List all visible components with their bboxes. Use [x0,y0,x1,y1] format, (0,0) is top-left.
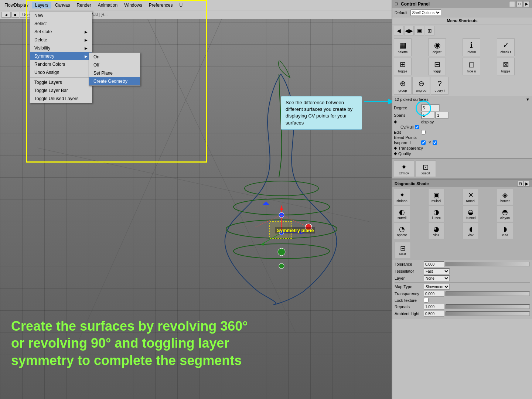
menu-item-toggle-layer-bar[interactable]: Toggle Layer Bar [30,86,92,95]
nav-arrows-btn[interactable]: ◀▶ [404,26,414,35]
tooltip-text: See the difference between different sur… [286,100,352,126]
right-panel: ⊟ Control Panel − □ ▶ Default Shelf Opti… [392,0,532,399]
menu-item-symmetry[interactable]: Symmetry ▶ [30,52,92,60]
menu-flowdisplay[interactable]: FlowDisplay [1,2,31,8]
degree-input[interactable] [421,105,440,111]
nest-btn[interactable]: ⊟ Nest [395,242,411,258]
clayan-icon-cell[interactable]: ◓ clayan [497,206,513,222]
layer-select[interactable]: None [424,275,450,281]
palette-icon-cell[interactable]: ▦ palette [394,38,412,56]
nav-expand-btn[interactable]: ⊞ [425,26,434,35]
group-icon-cell[interactable]: ⊕ group [394,77,412,95]
svg-line-0 [148,19,296,332]
ungroup-icon-cell[interactable]: ⊖ ungrou [412,77,430,95]
menu-item-toggle-unused-layers[interactable]: Toggle Unused Layers [30,95,92,103]
panel-close-btn[interactable]: ▶ [524,1,530,7]
inform-icon-cell[interactable]: ℹ inform [463,38,480,56]
toolbar-back[interactable]: ◄ [1,12,11,18]
menu-render[interactable]: Render [74,2,94,8]
lusec-icon-cell[interactable]: ◑ l.usec [428,206,444,222]
xfrmcv-icon-cell[interactable]: ✦ xfrmcv [394,160,414,177]
menu-canvas[interactable]: Canvas [52,2,73,8]
spans-input-2[interactable] [436,112,449,119]
blend-label: Blend Points [394,135,420,140]
ophote-icon-cell[interactable]: ◔ ophote [394,223,410,239]
vis1-icon-cell[interactable]: ◕ vis1 [428,223,444,239]
menu-u[interactable]: U [177,2,186,8]
transparency2-slider[interactable] [446,291,530,296]
hideu-icon-cell[interactable]: ◻ hide u [463,58,480,75]
checkr-icon-cell[interactable]: ✓ check r [497,38,515,56]
panel-expand-btn[interactable]: □ [516,1,522,7]
map-type-select[interactable]: Showroom [424,284,450,290]
arrow-icon: ▶ [85,54,88,58]
panel-minimize-btn[interactable]: − [509,1,515,7]
menu-item-toggle-layers[interactable]: Toggle Layers [30,78,92,86]
horver-icon-cell[interactable]: ◈ horver [497,189,513,205]
toggle3-icon-cell[interactable]: ⊠ toggle [497,58,515,75]
xsedit-icon-cell[interactable]: ⊡ xsedit [416,160,436,177]
minimize-icon[interactable]: ⊟ [395,1,398,6]
layers-dropdown: New Select Set state ▶ Delete ▶ Visibili… [30,11,92,103]
rancol-icon-cell[interactable]: ✕ rancol [463,189,479,205]
lock-texture-checkbox[interactable] [424,298,429,303]
edit-checkbox[interactable] [421,130,426,134]
svg-point-6 [233,244,330,259]
menu-item-select[interactable]: Select [30,20,92,28]
object-icon-cell[interactable]: ◉ object [428,38,446,56]
submenu-off[interactable]: Off [89,61,140,69]
shdnon-icon-cell[interactable]: ✦ shdnon [394,189,410,205]
repeats-row: Repeats [395,304,530,310]
shdnon-icon: ✦ [399,191,405,199]
query-icon-cell[interactable]: ? query i [431,77,449,95]
vis3-icon: ◗ [504,225,507,233]
submenu-create-geometry[interactable]: Create Geometry [89,77,140,85]
toolbar-stop[interactable]: ■ [11,12,19,18]
nav-panel-btn[interactable]: ▣ [415,26,424,35]
toggle1-icon-cell[interactable]: ⊞ toggle [394,58,412,75]
spans-input-1[interactable] [421,112,434,119]
isoparm-y-checkbox[interactable] [433,140,437,145]
shelf-options-select[interactable]: Shelf Options [410,9,441,16]
xfrmcv-label: xfrmcv [399,171,409,175]
cvhull-checkbox[interactable] [415,125,419,129]
menu-item-delete[interactable]: Delete ▶ [30,36,92,44]
ambient-light-input[interactable] [424,311,444,317]
isoparm-checkbox[interactable] [421,140,426,145]
submenu-on[interactable]: On [89,53,140,61]
submenu-set-plane[interactable]: Set Plane [89,69,140,77]
ophote-label: ophote [397,233,407,237]
toggle2-icon-cell[interactable]: ⊟ toggl [428,58,446,75]
mulcol-icon-cell[interactable]: ▣ mulcol [428,189,444,205]
tolerance-input[interactable] [424,261,444,267]
svg-line-12 [262,233,282,244]
survdl-icon-cell[interactable]: ◐ survdl [394,206,410,222]
tessellator-select[interactable]: Fast [424,268,450,274]
vis2-icon-cell[interactable]: ◖ vis2 [463,223,479,239]
ungroup-icon: ⊖ [418,79,424,88]
tolerance-slider[interactable] [446,262,530,266]
ambient-light-slider[interactable] [446,311,530,316]
menu-item-new[interactable]: New [30,11,92,20]
menu-windows[interactable]: Windows [121,2,145,8]
menu-item-set-state[interactable]: Set state ▶ [30,28,92,36]
vis3-icon-cell[interactable]: ◗ vis3 [497,223,513,239]
transparency2-input[interactable] [424,291,444,297]
mulcol-label: mulcol [432,199,441,203]
picked-dropdown-arrow[interactable]: ▼ [526,97,530,102]
icon-grid-3: ⊕ group ⊖ ungrou ? query i [392,77,532,96]
menu-item-undo-assign[interactable]: Undo Assign [30,68,92,76]
tolerance-label: Tolerance [395,262,422,266]
menu-animation[interactable]: Animation [95,2,120,8]
menu-preferences[interactable]: Preferences [146,2,176,8]
ltunnel-icon-cell[interactable]: ◒ ltunnel [463,206,479,222]
diag-expand-btn[interactable]: ▶ [524,181,530,187]
diag-minimize-btn[interactable]: ⊟ [517,181,523,187]
vis2-icon: ◖ [469,225,473,233]
nav-back-btn[interactable]: ◀ [394,26,403,35]
menu-item-visibility[interactable]: Visibility ▶ [30,44,92,52]
repeats-input[interactable] [424,304,444,310]
repeats-slider[interactable] [446,304,530,309]
menu-layers[interactable]: Layers [32,2,51,8]
menu-item-random-colors[interactable]: Random Colors [30,60,92,68]
